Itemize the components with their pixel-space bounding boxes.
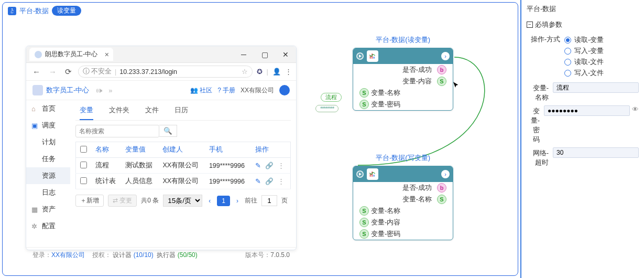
- breadcrumb-title: 平台-数据: [19, 6, 49, 16]
- play-icon[interactable]: [356, 170, 364, 178]
- select-all-checkbox[interactable]: [80, 146, 87, 153]
- radio-write-file[interactable]: 写入-文件: [564, 68, 639, 78]
- port-out-content[interactable]: S: [437, 77, 446, 86]
- port-out-success[interactable]: b: [437, 65, 446, 74]
- sound-icon[interactable]: 🕪: [95, 87, 102, 94]
- eye-icon[interactable]: 👁: [632, 105, 639, 113]
- tab-calendar[interactable]: 日历: [174, 103, 188, 120]
- sidenav-plan[interactable]: 计划: [26, 134, 70, 151]
- arrow-right-icon[interactable]: ›: [441, 170, 450, 178]
- nav-back-icon[interactable]: ←: [30, 66, 42, 77]
- next-page-icon[interactable]: ›: [234, 197, 241, 205]
- mouse-cursor-icon: [452, 81, 461, 90]
- profile-icon[interactable]: 👤: [272, 68, 281, 76]
- th-creator[interactable]: 创建人: [158, 142, 204, 158]
- tab-file[interactable]: 文件: [145, 103, 159, 120]
- node-write[interactable]: › 是否-成功b 变量-名称S S变量-名称 S变量-内容 S变量-密码: [353, 166, 453, 240]
- login-company[interactable]: XX有限公司: [51, 251, 85, 259]
- grid-icon: [31, 206, 39, 213]
- row-checkbox[interactable]: [80, 177, 87, 184]
- insecure-label: 不安全: [91, 67, 112, 76]
- search-input[interactable]: [75, 125, 159, 137]
- radio-read-var[interactable]: 读取-变量: [564, 35, 639, 45]
- port-in-content[interactable]: S: [359, 218, 369, 227]
- gear-icon: [31, 222, 39, 230]
- edit-icon[interactable]: ✎: [255, 162, 261, 169]
- sidenav-schedule[interactable]: 调度: [26, 117, 70, 134]
- th-ops: 操作: [251, 142, 291, 158]
- link-icon[interactable]: 🔗: [265, 162, 274, 169]
- table-row[interactable]: 统计表 人员信息 XX有限公司 199****9996 ✎🔗⋮: [76, 174, 291, 189]
- chip-var-pass[interactable]: ********: [315, 105, 339, 112]
- radio-write-var[interactable]: 写入-变量: [564, 46, 639, 56]
- sidenav-task[interactable]: 任务: [26, 151, 70, 167]
- panel-title: 平台-数据: [527, 2, 639, 16]
- page-title: 数字员工-中心: [46, 85, 89, 95]
- node-read[interactable]: › 是否-成功b 变量-内容S S变量-名称 S变量-密码 流程 *******…: [353, 48, 453, 111]
- change-button[interactable]: ⇄ 变更: [108, 195, 137, 207]
- th-name[interactable]: 名称: [91, 142, 121, 158]
- tab-folder[interactable]: 文件夹: [109, 103, 129, 120]
- insecure-icon: ⓘ: [83, 67, 90, 76]
- favicon-icon: [35, 51, 42, 58]
- arrow-right-icon[interactable]: ›: [441, 52, 450, 60]
- sidenav-log[interactable]: 日志: [26, 184, 70, 201]
- th-phone[interactable]: 手机: [205, 142, 251, 158]
- play-icon[interactable]: [356, 52, 364, 60]
- tab-close-icon[interactable]: ×: [105, 50, 109, 59]
- tab-variable[interactable]: 变量: [80, 103, 93, 120]
- browser-window: 朗思数字员工-中心 × ─ ▢ ✕ ← → ⟳ ⓘ不安全 | 10.233.37…: [26, 46, 297, 250]
- port-out-name[interactable]: S: [437, 195, 446, 204]
- extension-icon[interactable]: ✪: [257, 68, 263, 76]
- page-size-select[interactable]: 15条/页: [163, 195, 202, 207]
- total-label: 共0 条: [141, 196, 159, 205]
- row-checkbox[interactable]: [80, 162, 87, 168]
- radio-read-file[interactable]: 读取-文件: [564, 57, 639, 67]
- community-link[interactable]: 👥社区: [190, 86, 212, 95]
- port-in-name[interactable]: S: [359, 206, 369, 216]
- port-in-pass[interactable]: S: [359, 229, 369, 239]
- sidenav-asset[interactable]: 资产: [26, 201, 70, 218]
- bookmark-icon[interactable]: ☆: [242, 68, 248, 76]
- var-name-input[interactable]: [553, 82, 639, 93]
- required-section-header[interactable]: −必填参数: [527, 20, 639, 29]
- var-pass-input[interactable]: [544, 105, 630, 116]
- window-minimize-icon[interactable]: ─: [233, 50, 254, 59]
- window-close-icon[interactable]: ✕: [275, 50, 296, 59]
- walk-icon: [8, 7, 16, 15]
- table-row[interactable]: 流程 测试数据 XX有限公司 199****9996 ✎🔗⋮: [76, 158, 291, 174]
- more-icon[interactable]: ⋮: [278, 162, 285, 169]
- port-out-success[interactable]: b: [437, 183, 446, 193]
- svg-point-0: [12, 8, 13, 9]
- window-maximize-icon[interactable]: ▢: [254, 50, 275, 59]
- kebab-menu-icon[interactable]: ⋮: [285, 68, 292, 76]
- port-in-name[interactable]: S: [359, 88, 369, 98]
- collapse-icon[interactable]: »: [108, 87, 112, 94]
- sidenav-resource[interactable]: 资源: [26, 167, 70, 184]
- port-in-pass[interactable]: S: [359, 100, 369, 109]
- variable-table: 名称 变量值 创建人 手机 操作 流程 测试数据: [75, 142, 291, 189]
- sidenav-config[interactable]: 配置: [26, 218, 70, 234]
- sidenav-home[interactable]: 首页: [26, 100, 70, 117]
- prev-page-icon[interactable]: ‹: [206, 197, 213, 205]
- search-button[interactable]: 🔍: [159, 125, 177, 137]
- avatar[interactable]: [279, 85, 290, 95]
- link-icon[interactable]: 🔗: [265, 177, 274, 185]
- th-value[interactable]: 变量值: [121, 142, 158, 158]
- breadcrumb-pill[interactable]: 读变量: [52, 6, 81, 16]
- edit-icon[interactable]: ✎: [255, 177, 261, 185]
- tab-title: 朗思数字员工-中心: [45, 50, 97, 59]
- op-mode-label: 操作-方式: [527, 34, 564, 44]
- url-text: 10.233.37.213/login: [119, 68, 177, 76]
- more-icon[interactable]: ⋮: [278, 177, 285, 185]
- nav-forward-icon[interactable]: →: [47, 66, 59, 77]
- timeout-input[interactable]: [553, 147, 639, 158]
- manual-link[interactable]: ?手册: [217, 86, 235, 95]
- browser-tab[interactable]: 朗思数字员工-中心 ×: [29, 48, 113, 61]
- nav-refresh-icon[interactable]: ⟳: [63, 66, 74, 78]
- goto-page-input[interactable]: [261, 195, 277, 206]
- add-button[interactable]: ＋新增: [75, 195, 104, 207]
- chip-var-name[interactable]: 流程: [321, 93, 342, 102]
- page-1-button[interactable]: 1: [217, 196, 230, 206]
- address-bar[interactable]: ⓘ不安全 | 10.233.37.213/login ☆: [78, 66, 253, 78]
